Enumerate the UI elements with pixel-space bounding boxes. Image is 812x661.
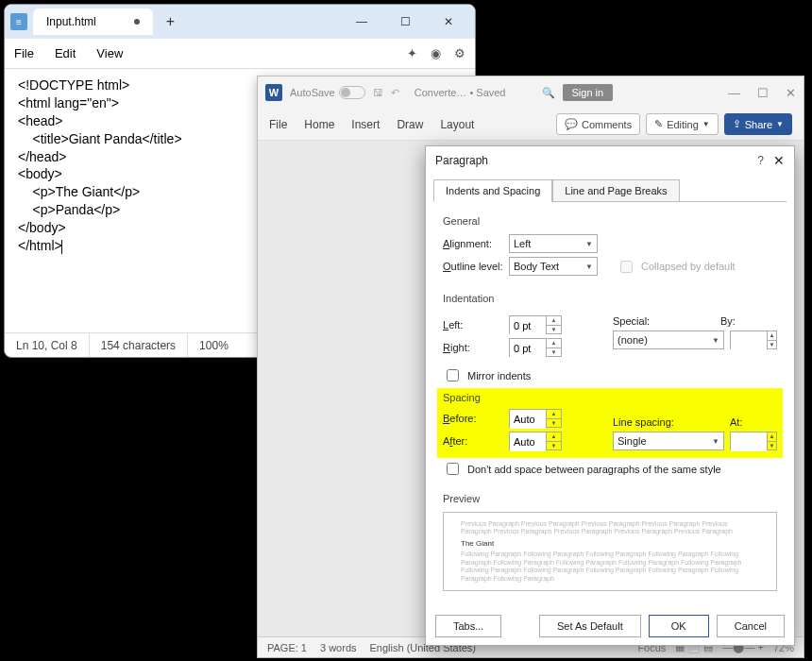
autosave-toggle[interactable]: AutoSave xyxy=(290,86,365,99)
paragraph-dialog: Paragraph ? ✕ Indents and Spacing Line a… xyxy=(425,145,795,646)
alignment-label: Alignment: xyxy=(443,238,503,249)
tabs-button[interactable]: Tabs... xyxy=(435,615,501,637)
preview-prev: Previous Paragraph Previous Paragraph Pr… xyxy=(461,520,759,536)
dont-add-space-checkbox[interactable]: Don't add space between paragraphs of th… xyxy=(443,460,777,478)
word-titlebar[interactable]: W AutoSave 🖫 ↶ Converte… • Saved 🔍 Sign … xyxy=(258,76,804,109)
preview-box: Previous Paragraph Previous Paragraph Pr… xyxy=(443,512,777,591)
text-cursor xyxy=(61,240,62,254)
alignment-select[interactable]: Left▼ xyxy=(509,234,598,253)
minimize-button[interactable]: — xyxy=(341,8,382,36)
comment-icon: 💬 xyxy=(565,118,578,130)
general-section-label: General xyxy=(443,215,777,227)
editor-text: <!DOCTYPE html> <html lang="en"> <head> … xyxy=(18,77,182,253)
undo-icon[interactable]: ↶ xyxy=(391,87,399,99)
notepad-tab[interactable]: Input.html xyxy=(33,8,153,35)
modified-dot-icon xyxy=(134,19,140,25)
new-tab-button[interactable]: + xyxy=(166,13,175,30)
set-default-button[interactable]: Set As Default xyxy=(539,615,641,637)
dialog-title: Paragraph xyxy=(435,154,488,167)
notepad-titlebar[interactable]: ≡ Input.html + — ☐ ✕ xyxy=(5,5,475,39)
by-label: By: xyxy=(720,315,777,327)
chevron-down-icon: ▼ xyxy=(712,437,719,446)
menu-edit[interactable]: Edit xyxy=(55,46,76,60)
ribbon-insert[interactable]: Insert xyxy=(351,118,380,131)
comments-button[interactable]: 💬Comments xyxy=(556,113,640,135)
chevron-down-icon: ▼ xyxy=(585,263,593,271)
indent-right-spinner[interactable]: ▲▼ xyxy=(509,338,562,357)
outline-select[interactable]: Body Text▼ xyxy=(509,257,598,276)
chevron-down-icon: ▼ xyxy=(712,336,719,345)
line-spacing-label: Line spacing: xyxy=(613,416,674,428)
special-select[interactable]: (none)▼ xyxy=(613,330,724,349)
editing-button[interactable]: ✎Editing▼ xyxy=(646,113,719,135)
chevron-down-icon: ▼ xyxy=(776,120,784,128)
magic-icon[interactable]: ✦ xyxy=(407,46,417,60)
indent-left-label: Left: xyxy=(443,319,503,330)
save-icon[interactable]: 🖫 xyxy=(373,87,383,98)
minimize-button[interactable]: — xyxy=(728,86,740,100)
tab-indents-spacing[interactable]: Indents and Spacing xyxy=(433,179,552,202)
maximize-button[interactable]: ☐ xyxy=(384,8,426,36)
word-logo-icon: W xyxy=(265,84,282,101)
mirror-indents-checkbox[interactable]: Mirror indents xyxy=(443,366,777,384)
spacing-section-label: Spacing xyxy=(443,392,777,403)
ribbon-home[interactable]: Home xyxy=(304,118,334,131)
preview-next: Following Paragraph Following Paragraph … xyxy=(461,551,759,583)
cancel-button[interactable]: Cancel xyxy=(717,615,785,637)
autosave-label: AutoSave xyxy=(290,87,335,98)
word-ribbon: File Home Insert Draw Layout 💬Comments ✎… xyxy=(258,109,804,141)
chevron-down-icon: ▼ xyxy=(585,240,593,248)
ribbon-file[interactable]: File xyxy=(269,118,287,131)
cursor-position: Ln 10, Col 8 xyxy=(5,333,90,357)
menu-view[interactable]: View xyxy=(96,46,123,60)
notepad-menubar: File Edit View ✦ ◉ ⚙ xyxy=(5,39,475,69)
at-spinner[interactable]: ▲▼ xyxy=(730,432,777,450)
indent-left-spinner[interactable]: ▲▼ xyxy=(509,315,562,334)
close-button[interactable]: ✕ xyxy=(773,153,785,168)
outline-label: Outline level: xyxy=(443,261,503,272)
collapsed-checkbox: Collapsed by default xyxy=(617,258,736,276)
ok-button[interactable]: OK xyxy=(649,615,709,637)
share-button[interactable]: ⇪Share▼ xyxy=(724,113,792,135)
zoom-level: 100% xyxy=(188,333,240,357)
notepad-tab-title: Input.html xyxy=(46,15,96,28)
dialog-titlebar[interactable]: Paragraph ? ✕ xyxy=(426,146,794,175)
word-count[interactable]: 3 words xyxy=(320,642,357,653)
help-button[interactable]: ? xyxy=(757,154,764,167)
indentation-section-label: Indentation xyxy=(443,293,777,304)
page-indicator[interactable]: PAGE: 1 xyxy=(267,642,307,653)
by-spinner[interactable]: ▲▼ xyxy=(730,330,777,349)
doc-title: Converte… • Saved xyxy=(414,87,506,98)
preview-sample: The Giant xyxy=(461,539,759,549)
maximize-button[interactable]: ☐ xyxy=(757,86,769,100)
chevron-down-icon: ▼ xyxy=(702,120,710,128)
toggle-icon xyxy=(339,86,365,99)
indent-right-label: Right: xyxy=(443,342,503,353)
at-label: At: xyxy=(730,416,777,428)
ribbon-layout[interactable]: Layout xyxy=(440,118,474,131)
gear-icon[interactable]: ⚙ xyxy=(454,46,465,60)
pencil-icon: ✎ xyxy=(654,118,663,130)
tab-line-breaks[interactable]: Line and Page Breaks xyxy=(552,179,679,202)
dialog-tabs: Indents and Spacing Line and Page Breaks xyxy=(426,175,794,201)
char-count: 154 characters xyxy=(90,333,188,357)
user-icon[interactable]: ◉ xyxy=(431,46,441,60)
menu-file[interactable]: File xyxy=(14,46,34,60)
dialog-body: General Alignment: Left▼ Outline level: … xyxy=(433,201,787,607)
preview-section-label: Preview xyxy=(443,493,777,504)
sign-in-button[interactable]: Sign in xyxy=(563,84,614,101)
ribbon-draw[interactable]: Draw xyxy=(397,118,423,131)
close-button[interactable]: ✕ xyxy=(428,8,469,36)
search-icon[interactable]: 🔍 xyxy=(542,87,555,99)
close-button[interactable]: ✕ xyxy=(786,86,796,100)
line-spacing-select[interactable]: Single▼ xyxy=(613,432,724,450)
share-icon: ⇪ xyxy=(733,118,741,130)
special-label: Special: xyxy=(613,315,658,327)
dialog-buttons: Tabs... Set As Default OK Cancel xyxy=(426,607,794,645)
notepad-icon: ≡ xyxy=(10,13,27,30)
